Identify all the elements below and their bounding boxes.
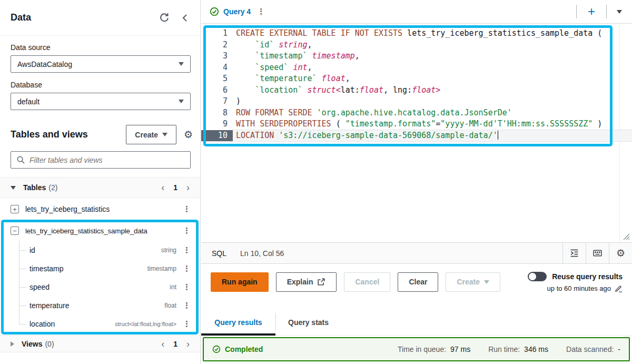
tables-section-header[interactable]: Tables (2) ‹ 1 › [0, 177, 200, 198]
settings-button[interactable]: ⚙ [184, 130, 193, 140]
expand-plus-icon[interactable]: + [11, 205, 19, 213]
code-line-1[interactable]: CREATE EXTERNAL TABLE IF NOT EXISTS lets… [201, 28, 632, 40]
toggle-knob [529, 273, 536, 280]
code-line-2[interactable]: `id` string, [201, 40, 632, 51]
database-label: Database [11, 81, 42, 89]
data-source-select[interactable]: AwsDataCatalog [11, 55, 191, 73]
code-line-9[interactable]: WITH SERDEPROPERTIES ( "timestamp.format… [201, 119, 632, 130]
sql-editor[interactable]: CREATE EXTERNAL TABLE IF NOT EXISTS lets… [201, 24, 632, 242]
chevron-down-icon [179, 100, 184, 103]
reuse-toggle[interactable] [528, 272, 547, 281]
tab-query-stats[interactable]: Query stats [276, 318, 341, 335]
run-again-button[interactable]: Run again [211, 272, 269, 292]
sidebar-header: Data [0, 0, 200, 36]
collapse-minus-icon[interactable]: − [11, 227, 19, 235]
clear-button[interactable]: Clear [398, 272, 438, 292]
column-row[interactable]: speed int ⋮ [0, 278, 200, 296]
metric-value: 346 ms [524, 345, 548, 353]
database-value: default [17, 97, 179, 106]
line-number: 6 [201, 85, 233, 96]
cancel-button: Cancel [344, 272, 390, 292]
page-next-icon[interactable]: › [186, 183, 190, 192]
page-prev-icon[interactable]: ‹ [161, 339, 164, 349]
filter-tables-input[interactable] [29, 156, 185, 164]
tab-query-results[interactable]: Query results [201, 318, 275, 335]
column-row[interactable]: timestamp timestamp ⋮ [0, 259, 200, 278]
query-tabbar: Query 4 ⋮ + [201, 0, 632, 24]
athena-query-editor: Data Data source AwsDataCatalog [0, 0, 632, 364]
table-row[interactable]: + lets_try_iceberg_statistics ⋮ [0, 198, 200, 221]
code-line-4[interactable]: `speed` int, [201, 62, 632, 74]
reuse-results: Reuse query results up to 60 minutes ago [528, 272, 623, 292]
status-text: Completed [225, 345, 263, 353]
line-number: 2 [201, 40, 233, 51]
code-line-5[interactable]: `temperature` float, [201, 73, 632, 85]
page-prev-icon[interactable]: ‹ [161, 183, 164, 192]
resize-handle[interactable] [623, 233, 630, 240]
gear-icon: ⚙ [616, 248, 625, 258]
status-badge: Completed [212, 345, 263, 353]
code-line-10[interactable]: LOCATION 's3://iceberg-sample-data-56906… [201, 130, 632, 142]
tab-list-button[interactable] [607, 10, 632, 14]
refresh-button[interactable] [159, 12, 170, 23]
chevron-down-icon [484, 280, 489, 284]
tables-views-heading: Tables and views [11, 129, 126, 140]
editor-gutter: 1▾2345678910 [201, 28, 233, 141]
check-circle-icon [210, 7, 219, 16]
table-row[interactable]: − lets_try_iceberg_statistics_sample_dat… [0, 221, 200, 241]
reuse-window: up to 60 minutes ago [547, 284, 611, 292]
data-source-value: AwsDataCatalog [17, 60, 179, 68]
tables-section-count: (2) [48, 183, 161, 192]
create-menu-button: Create [446, 272, 500, 292]
format-query-button[interactable] [562, 243, 586, 263]
kebab-menu-icon[interactable]: ⋮ [255, 7, 267, 16]
query-status-bar: Completed Time in queue: 97 ms Run time:… [203, 337, 630, 361]
columns-tree: id string ⋮ timestamp timestamp ⋮ speed … [0, 241, 200, 333]
kebab-menu-icon[interactable]: ⋮ [181, 226, 193, 235]
editor-statusbar: SQL Ln 10, Col 56 [201, 242, 632, 264]
explain-button[interactable]: Explain [276, 272, 337, 292]
reuse-label: Reuse query results [552, 272, 623, 281]
new-tab-button[interactable]: + [577, 5, 606, 18]
sidebar-title: Data [11, 12, 148, 23]
data-sidebar: Data Data source AwsDataCatalog [0, 0, 201, 364]
kebab-menu-icon[interactable]: ⋮ [181, 282, 193, 292]
page-next-icon[interactable]: › [186, 339, 190, 349]
format-icon [569, 248, 579, 258]
views-section-label: Views [22, 340, 42, 348]
database-select[interactable]: default [11, 93, 191, 110]
editor-settings-button[interactable]: ⚙ [609, 243, 632, 263]
code-line-6[interactable]: `location` struct<lat:float, lng:float> [201, 85, 632, 96]
metric-value: - [618, 345, 620, 353]
kebab-menu-icon[interactable]: ⋮ [181, 245, 193, 255]
collapse-panel-button[interactable] [180, 13, 190, 23]
column-row[interactable]: location struct<lat:float,lng:float> ⋮ [0, 314, 200, 333]
column-row[interactable]: id string ⋮ [0, 241, 200, 259]
column-row[interactable]: temperature float ⋮ [0, 296, 200, 314]
tab-query-4[interactable]: Query 4 ⋮ [210, 7, 267, 16]
kebab-menu-icon[interactable]: ⋮ [181, 319, 193, 329]
statusbar-icons: ⚙ [562, 243, 632, 263]
views-pagination: ‹ 1 › [161, 339, 190, 349]
line-number: 3 [201, 51, 233, 62]
kebab-menu-icon[interactable]: ⋮ [181, 204, 193, 214]
keyboard-shortcuts-button[interactable] [586, 243, 609, 263]
refresh-icon [159, 12, 170, 23]
page-number: 1 [173, 183, 177, 192]
gear-icon: ⚙ [184, 130, 193, 140]
fold-caret-icon[interactable]: ▾ [235, 28, 239, 40]
code-line-7[interactable]: ) [201, 96, 632, 107]
kebab-menu-icon[interactable]: ⋮ [181, 301, 193, 310]
create-button[interactable]: Create [126, 125, 176, 144]
code-line-3[interactable]: `timestamp` timestamp, [201, 51, 632, 62]
chevron-left-icon [180, 13, 190, 23]
tables-pagination: ‹ 1 › [161, 183, 190, 192]
chevron-down-icon [617, 10, 622, 14]
code-line-8[interactable]: ROW FORMAT SERDE 'org.apache.hive.hcatal… [201, 107, 632, 119]
views-section-header[interactable]: Views (0) ‹ 1 › [0, 335, 200, 352]
check-circle-icon [212, 345, 221, 353]
pencil-icon[interactable] [615, 284, 623, 292]
kebab-menu-icon[interactable]: ⋮ [181, 264, 193, 273]
query-tab-label: Query 4 [223, 7, 251, 16]
expanded-table-block: − lets_try_iceberg_statistics_sample_dat… [0, 221, 200, 333]
